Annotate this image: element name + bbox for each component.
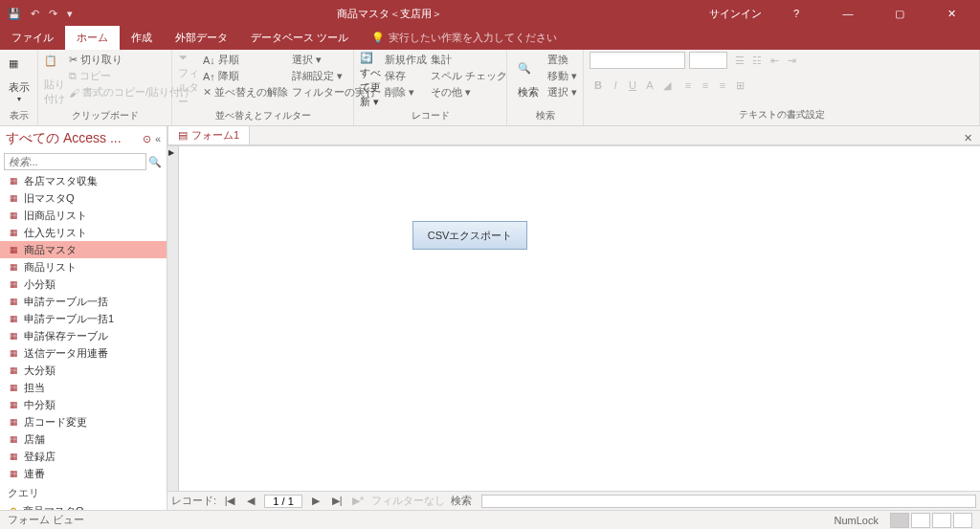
spelling-button[interactable]: スペル チェック <box>431 68 507 84</box>
prev-record-button[interactable]: ◀ <box>243 495 258 507</box>
indent-dec-icon[interactable]: ⇤ <box>766 52 783 69</box>
nav-table-item[interactable]: ▦申請テーブル一括 <box>0 293 167 310</box>
doc-close-button[interactable]: ✕ <box>956 132 980 144</box>
select-button[interactable]: 選択 ▾ <box>547 84 577 100</box>
align-center-icon[interactable]: ≡ <box>697 77 714 94</box>
sort-asc-button[interactable]: A↓昇順 <box>203 52 288 68</box>
doc-tab-form1[interactable]: ▤ フォーム1 <box>167 125 250 144</box>
tab-home[interactable]: ホーム <box>65 26 120 50</box>
nav-query-item[interactable]: ⚙商品マスタQ <box>0 502 167 510</box>
more-button[interactable]: その他 ▾ <box>431 84 507 100</box>
tab-database-tools[interactable]: データベース ツール <box>239 26 360 50</box>
bullets-icon[interactable]: ☰ <box>731 52 748 69</box>
numbering-icon[interactable]: ☷ <box>748 52 766 69</box>
italic-button[interactable]: I <box>607 77 624 94</box>
redo-icon[interactable]: ↷ <box>49 8 57 20</box>
nav-item-label: 旧マスタQ <box>24 191 75 206</box>
nav-table-item[interactable]: ▦店コード変更 <box>0 413 167 430</box>
delete-record-button[interactable]: 削除 ▾ <box>385 84 427 100</box>
indent-inc-icon[interactable]: ⇥ <box>783 52 800 69</box>
csv-export-button[interactable]: CSVエクスポート <box>412 221 527 250</box>
datasheet-view-button[interactable] <box>911 513 930 528</box>
view-button[interactable]: ▦表示▾ <box>6 52 32 109</box>
nav-item-label: 旧商品リスト <box>24 209 87 223</box>
sort-desc-button[interactable]: A↑降順 <box>203 68 288 84</box>
find-button[interactable]: 🔍検索 <box>513 52 544 109</box>
tab-external-data[interactable]: 外部データ <box>164 26 239 50</box>
filter-indicator[interactable]: フィルターなし <box>371 494 445 508</box>
nav-table-item[interactable]: ▦仕入先リスト <box>0 224 167 241</box>
form-view-button[interactable] <box>890 513 909 528</box>
first-record-button[interactable]: |◀ <box>222 495 237 507</box>
nav-table-item[interactable]: ▦申請テーブル一括1 <box>0 310 167 327</box>
refresh-all-button[interactable]: 🔄すべて更新 ▾ <box>360 52 381 109</box>
record-selector-bar[interactable] <box>167 146 179 491</box>
tell-me-search[interactable]: 💡 実行したい作業を入力してください <box>360 26 568 50</box>
remove-sort-button[interactable]: ⨯並べ替えの解除 <box>203 84 288 100</box>
save-record-button[interactable]: 保存 <box>385 68 427 84</box>
bold-button[interactable]: B <box>590 77 607 94</box>
filter-button[interactable]: ⏷フィルター <box>178 52 199 109</box>
replace-button[interactable]: 置換 <box>547 52 577 68</box>
nav-table-item[interactable]: ▦申請保存テーブル <box>0 327 167 344</box>
goto-button[interactable]: 移動 ▾ <box>547 68 577 84</box>
nav-table-item[interactable]: ▦小分類 <box>0 276 167 293</box>
last-record-button[interactable]: ▶| <box>329 495 345 507</box>
maximize-button[interactable]: ▢ <box>882 8 917 20</box>
align-left-icon[interactable]: ≡ <box>679 77 697 94</box>
align-right-icon[interactable]: ≡ <box>714 77 731 94</box>
help-icon[interactable]: ? <box>779 8 813 19</box>
tab-create[interactable]: 作成 <box>120 26 164 50</box>
record-label: レコード: <box>171 494 216 508</box>
nav-table-item[interactable]: ▦中分類 <box>0 396 167 413</box>
nav-table-item[interactable]: ▦登録店 <box>0 448 167 465</box>
save-icon[interactable]: 💾 <box>8 8 21 20</box>
nav-search-icon[interactable]: 🔍 <box>146 156 163 168</box>
brush-icon: 🖌 <box>69 87 79 99</box>
font-combo[interactable] <box>590 52 685 69</box>
layout-view-button[interactable] <box>932 513 951 528</box>
minimize-button[interactable]: — <box>831 8 865 19</box>
nav-table-item[interactable]: ▦担当 <box>0 379 167 396</box>
nav-collapse-icon[interactable]: « <box>155 133 161 144</box>
nav-search-input[interactable] <box>4 153 146 170</box>
close-button[interactable]: ✕ <box>934 8 969 20</box>
paste-button[interactable]: 📋貼り付け <box>44 52 65 109</box>
nav-item-label: 各店マスタ収集 <box>24 174 98 188</box>
nav-table-item[interactable]: ▦各店マスタ収集 <box>0 172 167 189</box>
font-color-button[interactable]: A <box>641 77 658 94</box>
new-record-button[interactable]: 新規作成 <box>385 52 427 68</box>
filter-label: フィルター <box>178 66 199 109</box>
sort-asc-label: 昇順 <box>218 53 239 67</box>
tab-file[interactable]: ファイル <box>0 26 65 50</box>
totals-button[interactable]: 集計 <box>431 52 507 68</box>
record-search-input[interactable] <box>481 495 976 508</box>
lightbulb-icon: 💡 <box>371 32 385 44</box>
new-record-nav-button[interactable]: ▶* <box>350 495 366 507</box>
nav-table-item[interactable]: ▦送信データ用連番 <box>0 344 167 362</box>
underline-button[interactable]: U <box>624 77 641 94</box>
next-record-button[interactable]: ▶ <box>308 495 323 507</box>
delete-label: 削除 ▾ <box>385 85 414 99</box>
datasheet-icon: ▦ <box>9 57 30 78</box>
design-view-button[interactable] <box>953 513 972 528</box>
font-size-combo[interactable] <box>689 52 727 69</box>
nav-table-item[interactable]: ▦店舗 <box>0 430 167 448</box>
nav-table-item[interactable]: ▦商品マスタ <box>0 241 167 258</box>
nav-table-item[interactable]: ▦商品リスト <box>0 258 167 276</box>
nav-group-queries[interactable]: クエリ <box>0 482 167 502</box>
nav-table-item[interactable]: ▦旧マスタQ <box>0 189 167 207</box>
signin-link[interactable]: サインイン <box>709 7 762 21</box>
fill-color-button[interactable]: ◢ <box>658 77 676 94</box>
gridlines-icon[interactable]: ⊞ <box>731 77 748 94</box>
nav-dropdown-icon[interactable]: ⊙ <box>143 133 151 145</box>
nav-title[interactable]: すべての Access ... <box>6 130 139 147</box>
undo-icon[interactable]: ↶ <box>31 8 39 20</box>
nav-table-item[interactable]: ▦旧商品リスト <box>0 207 167 224</box>
nav-table-item[interactable]: ▦大分類 <box>0 362 167 379</box>
qat-more-icon[interactable]: ▾ <box>67 8 73 20</box>
nav-table-item[interactable]: ▦連番 <box>0 465 167 482</box>
nav-object-list[interactable]: ▦各店マスタ収集▦旧マスタQ▦旧商品リスト▦仕入先リスト▦商品マスタ▦商品リスト… <box>0 172 167 510</box>
table-icon: ▦ <box>10 228 18 237</box>
record-position-input[interactable] <box>264 495 302 508</box>
